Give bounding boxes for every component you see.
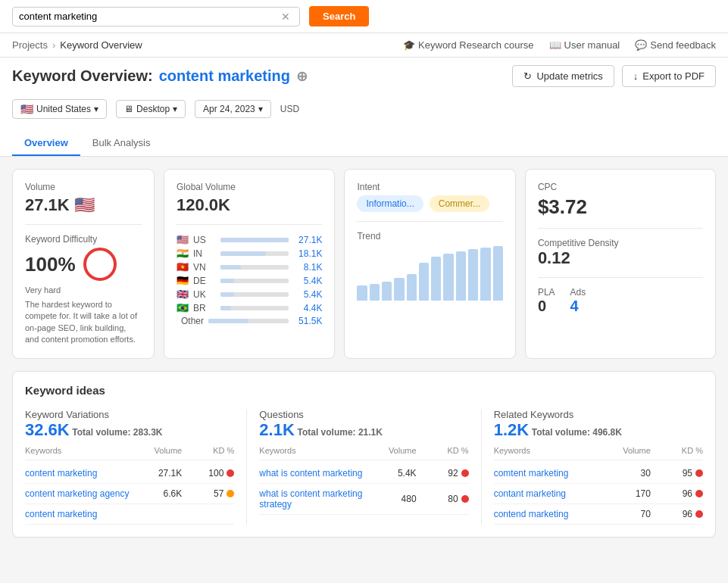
export-pdf-button[interactable]: ↓ Export to PDF: [622, 65, 716, 87]
variations-header: Keyword Variations 32.6K Total volume: 2…: [25, 409, 234, 440]
add-keyword-icon[interactable]: ⊕: [296, 68, 308, 85]
country-bar-wrap: [220, 265, 289, 270]
trend-bar: [493, 246, 503, 301]
desktop-icon: 🖥: [124, 104, 133, 114]
country-row: Other 51.5K: [177, 316, 322, 326]
country-code: VN: [193, 262, 216, 273]
cpc-value: $3.72: [538, 195, 703, 219]
keyword-link[interactable]: comtent marketing: [494, 468, 598, 479]
keyword-volume: 480: [364, 494, 417, 504]
table-row: what is content marketing strategy 480 8…: [259, 484, 468, 515]
trend-bar: [419, 263, 429, 301]
trend-section: Trend: [357, 231, 502, 301]
country-row: 🇻🇳 VN 8.1K: [177, 261, 322, 273]
keyword-link[interactable]: what is content marketing strategy: [259, 488, 364, 510]
country-value: 8.1K: [293, 262, 322, 273]
keyword-link[interactable]: what is content marketing: [259, 468, 364, 479]
keyword-volume: 30: [598, 468, 651, 479]
device-filter[interactable]: 🖥 Desktop ▾: [116, 100, 186, 118]
tab-overview[interactable]: Overview: [12, 131, 80, 156]
country-value: 5.4K: [293, 289, 322, 300]
keyword-volume: 170: [598, 488, 651, 499]
table-row: comtent marketing 30 95: [494, 463, 703, 484]
keyword-link[interactable]: contant marketing: [494, 488, 598, 499]
trend-bar: [431, 257, 441, 301]
country-bar-wrap: [220, 238, 289, 242]
country-flag-icon: 🇩🇪: [177, 275, 189, 286]
country-value: 4.4K: [293, 303, 322, 313]
keyword-link[interactable]: contend marketing: [494, 509, 598, 519]
keyword-kd: 96: [651, 488, 703, 499]
search-input[interactable]: [19, 11, 281, 22]
feedback-link[interactable]: 💬 Send feedback: [635, 39, 716, 51]
questions-header: Questions 2.1K Total volume: 21.1K: [259, 409, 468, 440]
update-metrics-button[interactable]: ↻ Update metrics: [512, 65, 614, 87]
country-value: 27.1K: [293, 235, 322, 245]
related-col: Related Keywords 1.2K Total volume: 496.…: [494, 409, 703, 525]
kd-description: The hardest keyword to compete for. It w…: [25, 299, 142, 346]
country-bar: [220, 292, 234, 297]
country-flag-icon: 🇮🇳: [177, 248, 189, 259]
country-code: UK: [193, 289, 216, 300]
kd-difficulty-dot: [695, 469, 703, 477]
variations-rows: content marketing 27.1K 100 content mark…: [25, 463, 234, 525]
search-button[interactable]: Search: [309, 6, 369, 26]
country-bar-wrap: [220, 306, 289, 310]
header-actions: ↻ Update metrics ↓ Export to PDF: [512, 65, 716, 87]
trend-bar: [480, 248, 490, 301]
keyword-volume: 6.6K: [130, 488, 182, 499]
variations-title: Keyword Variations: [25, 409, 234, 420]
country-chevron-icon: ▾: [94, 104, 98, 114]
country-bar-wrap: [220, 279, 289, 283]
var-kd-header: KD %: [182, 446, 234, 455]
related-count: 1.2K: [494, 420, 529, 439]
manual-link[interactable]: 📖 User manual: [549, 39, 620, 51]
keyword-kd: 80: [417, 494, 469, 504]
kd-circle: [83, 248, 117, 281]
trend-bar: [443, 254, 453, 301]
country-value: 18.1K: [293, 248, 322, 259]
table-row: content marketing 27.1K 100: [25, 463, 234, 484]
questions-count: 2.1K: [259, 420, 294, 439]
q-kw-header: Keywords: [259, 446, 364, 455]
country-row: 🇩🇪 DE 5.4K: [177, 275, 322, 286]
country-row: 🇮🇳 IN 18.1K: [177, 248, 322, 259]
intent-badge-informational: Informatio...: [357, 195, 423, 212]
keyword-link[interactable]: content marketing agency: [25, 488, 130, 499]
comp-density-label: Competitive Density: [538, 238, 703, 248]
trend-bar: [468, 249, 478, 301]
questions-col: Questions 2.1K Total volume: 21.1K Keywo…: [259, 409, 481, 525]
trend-bar: [382, 282, 392, 301]
table-row: contend marketing 70 96: [494, 504, 703, 525]
breadcrumb-projects[interactable]: Projects: [12, 39, 48, 51]
country-bar: [220, 238, 289, 242]
ads-value: 4: [570, 298, 586, 315]
keyword-kd: 95: [651, 468, 703, 479]
tab-bulk-analysis[interactable]: Bulk Analysis: [80, 131, 163, 156]
keyword-kd: 57: [182, 488, 234, 499]
course-link[interactable]: 🎓 Keyword Research course: [403, 39, 533, 51]
device-chevron-icon: ▾: [173, 104, 177, 114]
q-kd-header: KD %: [417, 446, 469, 455]
kd-difficulty-dot: [227, 490, 234, 497]
country-filter[interactable]: 🇺🇸 United States ▾: [12, 99, 107, 119]
keyword-kd: 92: [417, 468, 469, 479]
kd-hard-label: Very hard: [25, 285, 142, 295]
related-total: Total volume: 496.8K: [532, 427, 622, 438]
questions-table-header: Keywords Volume KD %: [259, 446, 468, 460]
kd-difficulty-dot: [461, 469, 469, 477]
date-filter[interactable]: Apr 24, 2023 ▾: [195, 100, 271, 118]
keyword-link[interactable]: content marketing: [25, 509, 130, 519]
keyword-link[interactable]: content marketing: [25, 468, 130, 479]
clear-icon[interactable]: ✕: [281, 11, 290, 23]
country-value: 5.4K: [293, 276, 322, 286]
refresh-icon: ↻: [523, 70, 532, 82]
questions-rows: what is content marketing 5.4K 92 what i…: [259, 463, 468, 515]
trend-chart: [357, 248, 502, 301]
country-bar: [220, 251, 266, 256]
search-box: ✕: [12, 7, 300, 26]
related-header: Related Keywords 1.2K Total volume: 496.…: [494, 409, 703, 440]
variations-count: 32.6K: [25, 420, 70, 439]
global-volume-value: 120.0K: [177, 195, 322, 215]
intent-label: Intent: [357, 182, 502, 192]
